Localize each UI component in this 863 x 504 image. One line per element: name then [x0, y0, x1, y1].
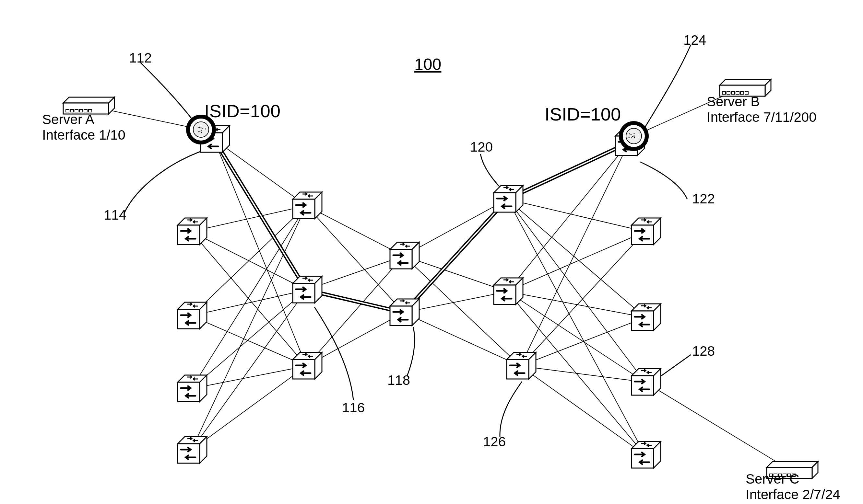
svg-line-16: [191, 290, 307, 450]
switch-n_m1: [293, 192, 322, 219]
switch-n_l3: [178, 375, 207, 402]
svg-rect-100: [631, 311, 653, 331]
svg-line-17: [191, 366, 307, 450]
svg-line-6: [191, 206, 307, 232]
svg-rect-61: [178, 309, 200, 329]
server-b-name: Server B: [707, 94, 760, 109]
svg-point-139: [200, 127, 201, 128]
svg-rect-91: [507, 360, 529, 379]
svg-point-137: [198, 131, 199, 132]
svg-marker-116: [720, 79, 771, 85]
switch-n_m2: [293, 276, 322, 303]
switch-n_r1: [494, 185, 523, 212]
svg-rect-79: [390, 249, 412, 269]
server-b-interface: Interface 7/11/200: [707, 109, 817, 125]
svg-line-44: [520, 366, 645, 455]
svg-point-136: [201, 130, 202, 131]
callout-122: 122: [692, 191, 715, 207]
svg-line-36: [508, 232, 645, 292]
svg-point-140: [202, 128, 203, 129]
callout-112: 112: [129, 50, 152, 66]
svg-point-157: [632, 136, 633, 137]
server-a-interface: Interface 1/10: [42, 127, 125, 143]
svg-line-13: [191, 290, 307, 389]
svg-rect-106: [631, 449, 653, 468]
server-c-name: Server C: [746, 471, 799, 487]
switch-n_l2: [178, 302, 207, 329]
svg-line-52: [508, 143, 629, 199]
svg-line-14: [191, 366, 307, 389]
switch-n_rr1: [631, 218, 661, 245]
svg-line-26: [404, 256, 520, 366]
svg-point-153: [629, 133, 630, 134]
svg-line-15: [191, 206, 307, 450]
svg-rect-82: [390, 306, 412, 325]
switch-n_r3: [507, 352, 536, 379]
switch-n_c1: [390, 242, 419, 269]
svg-point-141: [205, 128, 206, 129]
svg-point-151: [631, 137, 632, 138]
svg-point-155: [634, 136, 635, 137]
svg-point-149: [630, 134, 631, 135]
svg-point-143: [199, 131, 200, 132]
switch-n_rr4: [631, 441, 661, 468]
svg-line-37: [508, 292, 645, 318]
svg-line-18: [307, 206, 404, 256]
svg-line-32: [508, 199, 645, 318]
isid-left-label: ISID=100: [204, 100, 280, 121]
svg-line-29: [404, 313, 520, 366]
svg-rect-88: [494, 285, 516, 305]
svg-line-43: [520, 366, 645, 382]
svg-rect-73: [293, 283, 315, 303]
svg-point-148: [629, 137, 629, 138]
svg-line-41: [520, 232, 645, 366]
svg-point-154: [634, 133, 635, 134]
switch-n_l4: [178, 437, 207, 463]
callout-126: 126: [483, 434, 506, 450]
server-a-name: Server A: [42, 112, 94, 127]
svg-marker-107: [63, 97, 114, 103]
server-c-label: Server C Interface 2/7/24: [746, 471, 840, 503]
svg-line-35: [508, 143, 629, 292]
svg-line-40: [520, 143, 629, 366]
svg-rect-58: [178, 225, 200, 245]
server-a-label: Server A Interface 1/10: [42, 112, 125, 143]
endpoint-circle_right: [621, 123, 647, 149]
svg-marker-125: [767, 462, 818, 467]
isid-right-label: ISID=100: [545, 104, 621, 125]
server-c-interface: Interface 2/7/24: [746, 487, 840, 502]
svg-line-34: [508, 199, 645, 455]
switch-n128: [631, 369, 661, 395]
callout-120: 120: [470, 139, 493, 155]
switch-n_rr2: [631, 304, 661, 331]
svg-point-135: [193, 122, 209, 137]
svg-line-8: [191, 232, 307, 366]
svg-point-144: [199, 127, 200, 128]
links: [86, 88, 789, 470]
callout-114: 114: [104, 207, 126, 223]
switch-n_r2: [494, 278, 523, 305]
svg-rect-103: [631, 376, 653, 395]
svg-rect-85: [494, 193, 516, 212]
callout-118: 118: [387, 373, 410, 388]
switch-n_m3: [293, 352, 322, 379]
figure-id: 100: [414, 55, 441, 74]
bold-path: [214, 139, 629, 313]
svg-point-145: [201, 132, 202, 133]
svg-line-2: [645, 382, 789, 470]
svg-rect-70: [293, 199, 315, 219]
callout-128: 128: [692, 343, 715, 359]
svg-line-12: [191, 206, 307, 389]
switch-n_l1: [178, 218, 207, 245]
svg-line-10: [191, 290, 307, 316]
switch-n_c2: [390, 299, 419, 325]
svg-line-42: [520, 318, 645, 366]
svg-rect-67: [178, 444, 200, 463]
svg-rect-64: [178, 382, 200, 402]
server-b-label: Server B Interface 7/11/200: [707, 94, 817, 125]
svg-point-156: [634, 137, 635, 138]
callout-124: 124: [684, 33, 706, 48]
callout-116: 116: [342, 400, 365, 416]
network-diagram: [0, 0, 863, 504]
svg-rect-97: [631, 225, 653, 245]
